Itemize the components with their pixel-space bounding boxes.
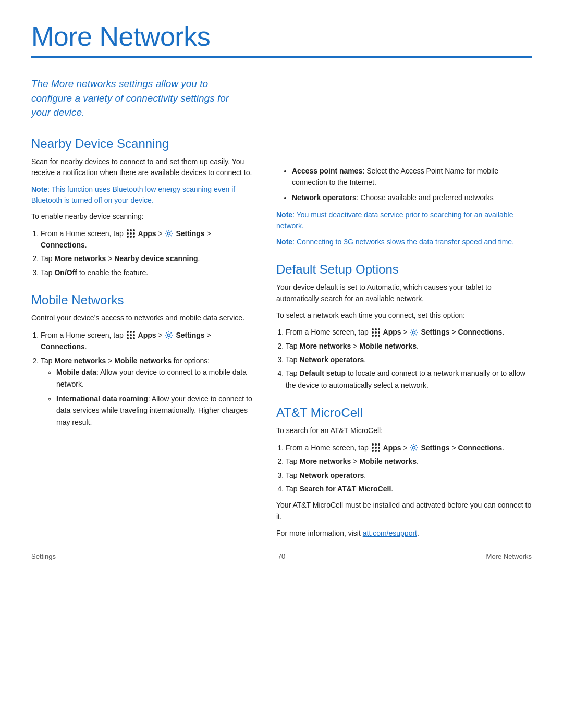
nearby-device-note: Note: This function uses Bluetooth low e… [31, 184, 255, 206]
nearby-step-3: Tap On/Off to enable the feature. [41, 267, 255, 278]
nearby-device-steps: From a Home screen, tap Apps > Settings … [41, 228, 255, 279]
att-microcell-steps: From a Home screen, tap Apps > Settings … [286, 442, 532, 495]
svg-point-1 [168, 334, 170, 337]
apps-icon-3 [372, 328, 380, 337]
default-step-2: Tap More networks > Mobile networks. [286, 340, 532, 352]
bullet-mobile-data: Mobile data: Allow your device to connec… [56, 366, 255, 390]
footer-left: Settings [31, 552, 56, 560]
mobile-networks-bullets: Mobile data: Allow your device to connec… [56, 366, 255, 428]
default-step-1: From a Home screen, tap Apps > Settings … [286, 326, 532, 338]
footer-right: More Networks [486, 552, 532, 560]
att-microcell-intro: To search for an AT&T MicroCell: [276, 425, 532, 437]
default-setup-steps: From a Home screen, tap Apps > Settings … [286, 326, 532, 391]
att-step-2: Tap More networks > Mobile networks. [286, 455, 532, 467]
default-setup-title: Default Setup Options [276, 262, 532, 277]
footer-page-number: 70 [278, 552, 285, 560]
bullet-intl-roaming: International data roaming: Allow your d… [56, 393, 255, 428]
settings-icon [165, 229, 173, 238]
bullet-network-operators: Network operators: Choose available and … [292, 192, 532, 203]
mobile-networks-body: Control your device’s access to networks… [31, 313, 255, 324]
att-link[interactable]: att.com/esupport [363, 529, 417, 537]
att-step-1: From a Home screen, tap Apps > Settings … [286, 442, 532, 453]
apps-icon [127, 229, 135, 238]
svg-point-2 [413, 331, 415, 334]
default-setup-body1: Your device default is set to Automatic,… [276, 282, 532, 304]
mobile-step-1: From a Home screen, tap Apps > Settings … [41, 329, 255, 353]
intro-text: The More networks settings allow you to … [31, 77, 240, 120]
svg-point-0 [168, 232, 170, 235]
nearby-step-1: From a Home screen, tap Apps > Settings … [41, 228, 255, 251]
note-3g: Note: Connecting to 3G networks slows th… [276, 237, 532, 248]
nearby-step-2: Tap More networks > Nearby device scanni… [41, 253, 255, 264]
blue-divider [31, 56, 532, 58]
svg-point-3 [413, 447, 415, 449]
att-step-3: Tap Network operators. [286, 470, 532, 481]
mobile-networks-steps: From a Home screen, tap Apps > Settings … [41, 329, 255, 428]
nearby-device-body: Scan for nearby devices to connect to an… [31, 156, 255, 179]
settings-icon-2 [165, 331, 173, 339]
mobile-networks-title: Mobile Networks [31, 293, 255, 307]
att-step-4: Tap Search for AT&T MicroCell. [286, 483, 532, 495]
att-body2: For more information, visit att.com/esup… [276, 528, 532, 539]
main-content: The More networks settings allow you to … [31, 77, 532, 545]
default-step-3: Tap Network operators. [286, 354, 532, 365]
page-footer: Settings 70 More Networks [31, 547, 532, 560]
settings-icon-3 [410, 328, 418, 337]
right-column: Access point names: Select the Access Po… [276, 77, 532, 545]
note-deactivate: Note: You must deactivate data service p… [276, 209, 532, 231]
apps-icon-2 [127, 331, 135, 339]
att-microcell-title: AT&T MicroCell [276, 405, 532, 420]
att-body1: Your AT&T MicroCell must be installed an… [276, 500, 532, 522]
nearby-device-instruction: To enable nearby device scanning: [31, 211, 255, 223]
left-column: The More networks settings allow you to … [31, 77, 255, 545]
apps-icon-4 [372, 443, 380, 452]
default-step-4: Tap Default setup to locate and connect … [286, 367, 532, 391]
default-setup-body2: To select a network each time you connec… [276, 310, 532, 322]
nearby-device-title: Nearby Device Scanning [31, 137, 255, 151]
page-title: More Networks [31, 21, 532, 52]
right-top-bullets: Access point names: Select the Access Po… [292, 165, 532, 203]
bullet-access-point: Access point names: Select the Access Po… [292, 165, 532, 189]
settings-icon-4 [410, 443, 418, 452]
mobile-step-2: Tap More networks > Mobile networks for … [41, 355, 255, 428]
